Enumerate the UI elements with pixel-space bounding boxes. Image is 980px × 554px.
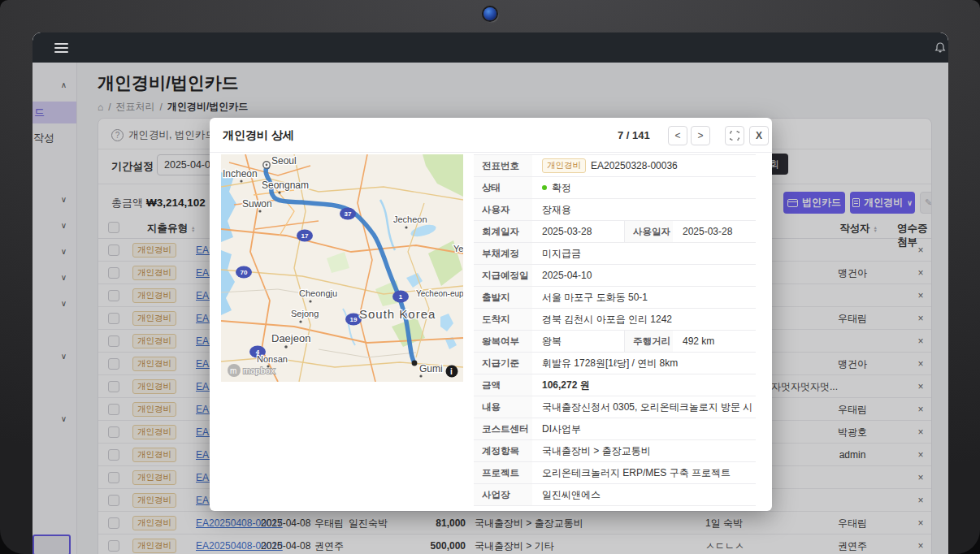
status-value: 확정: [552, 181, 571, 195]
svg-text:mapbox: mapbox: [243, 366, 275, 375]
svg-text:Daejeon: Daejeon: [271, 332, 310, 344]
modal-title: 개인경비 상세: [223, 128, 294, 143]
status-dot-icon: [542, 185, 547, 190]
amount-value: 106,272 원: [532, 374, 756, 396]
route-map[interactable]: 37 17 70 19 4 1 Seoul Incheon Seongnam S…: [221, 154, 463, 382]
expense-type-badge: 개인경비: [542, 158, 586, 173]
pager-count: 7 / 141: [618, 129, 650, 141]
svg-text:Suwon: Suwon: [242, 198, 272, 210]
svg-text:Yecheon-eup: Yecheon-eup: [416, 289, 463, 298]
svg-text:Seongnam: Seongnam: [262, 180, 309, 191]
svg-text:17: 17: [301, 232, 309, 240]
svg-text:i: i: [450, 367, 453, 376]
prev-button[interactable]: <: [668, 126, 687, 145]
modal-header: 개인경비 상세 7 / 141 < > X: [210, 118, 772, 153]
mapbox-logo: m mapbox: [228, 364, 275, 377]
bell-icon[interactable]: [934, 41, 947, 54]
svg-text:Nonsan: Nonsan: [257, 354, 288, 364]
svg-text:Incheon: Incheon: [223, 168, 258, 180]
laptop-screen-photo: ∧ 드 작성 ∨ ∨ ∨ ∨ ∨ ∨ ∨ 개인경비/법인카드 ⌂ / 전표처리: [0, 0, 980, 554]
fullscreen-button[interactable]: [725, 126, 744, 145]
map-water: [221, 172, 236, 242]
road-shields: 37 17 70 19 4 1: [236, 208, 409, 358]
svg-text:Sejong: Sejong: [291, 309, 319, 318]
expense-detail-modal: 개인경비 상세 7 / 141 < > X: [210, 118, 772, 511]
route-end-dot: [412, 361, 418, 366]
svg-text:Yeong: Yeong: [453, 244, 463, 253]
app-titlebar: [33, 32, 948, 63]
svg-text:Seoul: Seoul: [271, 155, 297, 167]
svg-text:70: 70: [241, 269, 248, 276]
voucher-number: EA20250328-00036: [591, 160, 678, 171]
svg-text:37: 37: [345, 210, 352, 218]
webcam-dot: [483, 7, 497, 20]
hamburger-menu-icon[interactable]: [54, 43, 68, 53]
map-terrain: [423, 154, 463, 197]
next-button[interactable]: >: [691, 126, 710, 145]
svg-text:Gumi: Gumi: [419, 363, 443, 374]
map-info-icon[interactable]: i: [446, 366, 458, 378]
close-button[interactable]: X: [749, 126, 769, 145]
svg-text:1: 1: [399, 293, 403, 301]
svg-text:South Korea: South Korea: [359, 307, 436, 321]
svg-text:Cheongju: Cheongju: [299, 288, 337, 298]
svg-text:19: 19: [350, 316, 358, 323]
svg-text:Jecheon: Jecheon: [393, 214, 427, 224]
detail-table: 전표번호개인경비EA20250328-00036 상태확정 사용자장재용 회계일…: [474, 154, 756, 506]
svg-text:m: m: [230, 366, 236, 375]
